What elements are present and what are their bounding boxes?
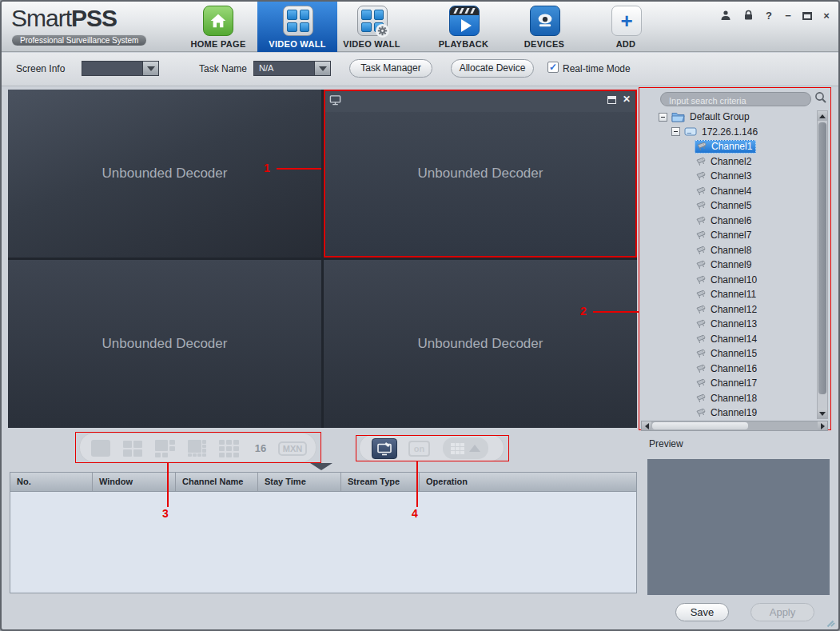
tree-channel-item[interactable]: Channel5	[659, 198, 815, 214]
nav-home-page[interactable]: HOME PAGE	[185, 2, 251, 52]
tree-channel-item[interactable]: Channel14	[659, 332, 815, 347]
save-button[interactable]: Save	[675, 603, 729, 621]
realtime-mode-checkbox[interactable]: ✓	[547, 62, 559, 73]
split-mxn-button[interactable]: MXN	[277, 437, 308, 459]
panel-restore-icon[interactable]	[607, 96, 616, 104]
resize-grip[interactable]	[825, 616, 836, 627]
dropdown-arrow-icon[interactable]	[314, 62, 330, 75]
apply-button[interactable]: Apply	[750, 603, 814, 621]
tree-channel-item[interactable]: Channel6	[659, 214, 815, 229]
search-field[interactable]	[660, 92, 811, 106]
screen-info-dropdown[interactable]	[82, 61, 159, 76]
tree-channel-item[interactable]: Channel9	[659, 258, 815, 273]
device-tree: Default Group 172.26.1.146	[659, 110, 815, 420]
tree-channel-item[interactable]: Channel17	[659, 376, 815, 391]
tree-channel-label: Channel10	[711, 274, 757, 286]
close-button[interactable]: ×	[818, 10, 834, 24]
tree-channel-label: Channel12	[711, 304, 757, 315]
tree-channel-label: Channel9	[711, 259, 751, 270]
minimize-button[interactable]: −	[780, 10, 796, 24]
open-window-list-button[interactable]	[443, 437, 488, 459]
app-tagline: Professional Surveillance System	[11, 34, 147, 46]
nav-add[interactable]: + ADD	[596, 2, 655, 52]
video-wall-grid: Unbounded Decoder ✕ Unbounded Decoder Un…	[8, 90, 637, 428]
top-bar: SmartPSS Professional Surveillance Syste…	[2, 2, 838, 52]
user-icon[interactable]	[718, 10, 734, 24]
tree-channel-label: Channel7	[711, 230, 751, 241]
decoder-panel-2-selected[interactable]: ✕ Unbounded Decoder	[324, 90, 637, 258]
nav-video-wall-config[interactable]: VIDEO WALL	[337, 2, 406, 52]
tree-channel-item[interactable]: Channel3	[659, 169, 815, 184]
column-header-no: No.	[10, 473, 93, 491]
device-tree-panel: Default Group 172.26.1.146	[639, 87, 831, 430]
split-4-button[interactable]	[117, 437, 148, 459]
camera-icon	[697, 142, 708, 151]
maximize-button[interactable]	[799, 10, 815, 24]
vertical-scroll-thumb[interactable]	[818, 122, 826, 394]
decoder-panel-4[interactable]: Unbounded Decoder	[324, 260, 637, 428]
tree-channel-label: Channel1	[711, 141, 752, 152]
task-name-dropdown[interactable]: N/A	[253, 61, 331, 76]
collapse-icon[interactable]	[659, 113, 667, 122]
help-button[interactable]: ?	[761, 10, 777, 24]
split-9-button[interactable]	[213, 437, 244, 459]
tree-channel-item[interactable]: Channel19	[659, 405, 815, 420]
realtime-mode-label: Real-time Mode	[563, 63, 631, 74]
nav-playback[interactable]: PLAYBACK	[432, 2, 496, 52]
tree-channel-item[interactable]: Channel18	[659, 391, 815, 406]
tree-channel-item[interactable]: Channel4	[659, 184, 815, 199]
tree-channel-item[interactable]: Channel16	[659, 361, 815, 377]
nav-label: VIDEO WALL	[337, 39, 406, 49]
scroll-right-icon[interactable]	[818, 421, 827, 430]
scroll-down-icon[interactable]	[818, 409, 827, 418]
lock-icon[interactable]	[740, 10, 756, 24]
collapse-table-button[interactable]	[310, 463, 332, 470]
tree-channel-item[interactable]: Channel1	[659, 139, 815, 154]
tree-channel-label: Channel14	[711, 333, 757, 345]
allocate-device-button[interactable]: Allocate Device	[451, 59, 534, 78]
scroll-up-icon[interactable]	[818, 111, 827, 121]
search-icon[interactable]	[814, 91, 827, 107]
tree-channel-label: Channel17	[711, 377, 757, 389]
tree-channel-item[interactable]: Channel7	[659, 228, 815, 243]
tree-group-default[interactable]: Default Group	[659, 110, 815, 125]
tree-horizontal-scrollbar[interactable]	[641, 421, 828, 431]
camera-icon	[696, 393, 707, 403]
tree-channel-item[interactable]: Channel2	[659, 154, 815, 170]
split-1-button[interactable]	[86, 437, 116, 459]
tree-channel-item[interactable]: Channel10	[659, 273, 815, 288]
decode-on-button[interactable]: on	[408, 441, 430, 457]
decoder-panel-3[interactable]: Unbounded Decoder	[8, 260, 321, 428]
panel-close-icon[interactable]: ✕	[623, 94, 631, 105]
horizontal-scroll-thumb[interactable]	[652, 422, 748, 429]
tree-channel-item[interactable]: Channel13	[659, 317, 815, 332]
collapse-icon[interactable]	[671, 127, 680, 136]
nav-label: VIDEO WALL	[257, 39, 337, 49]
tree-channel-item[interactable]: Channel8	[659, 243, 815, 258]
split-16-button[interactable]: 16	[245, 437, 276, 459]
clear-screen-button[interactable]	[372, 438, 397, 459]
decoder-panel-1[interactable]: Unbounded Decoder	[8, 90, 321, 258]
tree-channel-item[interactable]: Channel15	[659, 346, 815, 361]
playback-icon	[449, 6, 480, 36]
scroll-left-icon[interactable]	[642, 421, 651, 430]
nav-devices[interactable]: DEVICES	[512, 2, 577, 52]
camera-icon	[696, 305, 707, 314]
nav-video-wall-active[interactable]: VIDEO WALL	[257, 2, 337, 52]
tree-channel-item[interactable]: Channel11	[659, 287, 815, 302]
tree-channel-label: Channel4	[711, 186, 751, 197]
tree-vertical-scrollbar[interactable]	[817, 110, 828, 419]
search-input[interactable]	[661, 94, 810, 107]
camera-icon	[696, 216, 707, 226]
dropdown-arrow-icon[interactable]	[142, 62, 158, 75]
wall-control-toolbar: on	[359, 434, 504, 461]
tree-device-172-26-1-146[interactable]: 172.26.1.146	[659, 125, 815, 140]
camera-icon	[696, 171, 707, 181]
split-8-button[interactable]	[181, 437, 212, 459]
split-6-button[interactable]	[149, 437, 180, 459]
nav-label: DEVICES	[512, 39, 577, 49]
task-manager-button[interactable]: Task Manager	[349, 59, 432, 78]
tree-channel-label: Channel5	[711, 200, 751, 211]
tree-channel-item[interactable]: Channel12	[659, 302, 815, 317]
video-wall-config-icon	[357, 6, 388, 36]
